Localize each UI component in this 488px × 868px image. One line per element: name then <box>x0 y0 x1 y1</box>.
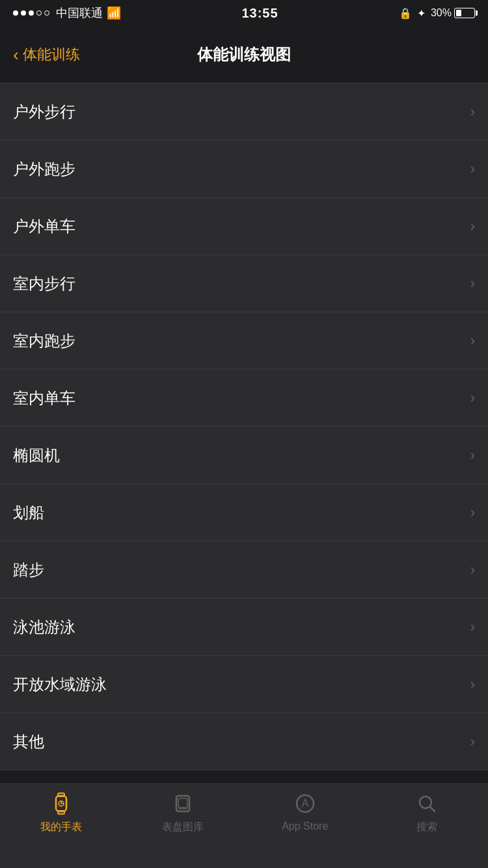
list-item-label-indoor-walk: 室内步行 <box>13 273 75 294</box>
tab-watch-face-label: 表盘图库 <box>162 821 204 834</box>
list-item-label-indoor-cycle: 室内单车 <box>13 388 75 409</box>
content-area: 户外步行 › 户外跑步 › 户外单车 › 室内步行 › 室内跑步 › 室内单车 … <box>0 83 488 783</box>
tab-search[interactable]: 搜索 <box>366 791 489 834</box>
chevron-right-icon-stair-stepper: › <box>470 562 475 578</box>
list-item-label-indoor-run: 室内跑步 <box>13 331 75 351</box>
list-item-outdoor-cycle[interactable]: 户外单车 › <box>0 198 488 255</box>
status-left: 中国联通 📶 <box>13 5 121 21</box>
search-icon <box>414 791 440 817</box>
list-item-label-outdoor-run: 户外跑步 <box>13 159 75 180</box>
chevron-right-icon-indoor-cycle: › <box>470 390 475 407</box>
list-container: 户外步行 › 户外跑步 › 户外单车 › 室内步行 › 室内跑步 › 室内单车 … <box>0 83 488 770</box>
status-bar: 中国联通 📶 13:55 🔒 ✦ 30% <box>0 0 488 26</box>
list-item-label-outdoor-cycle: 户外单车 <box>13 216 75 237</box>
back-button[interactable]: ‹ 体能训练 <box>13 45 80 64</box>
tab-watch-face[interactable]: 表盘图库 <box>122 791 245 834</box>
list-item-stair-stepper[interactable]: 踏步 › <box>0 541 488 599</box>
list-item-open-water-swim[interactable]: 开放水域游泳 › <box>0 656 488 713</box>
chevron-right-icon-other: › <box>470 733 475 750</box>
signal-dots <box>13 10 49 16</box>
list-item-indoor-walk[interactable]: 室内步行 › <box>0 255 488 312</box>
signal-dot-2 <box>21 10 26 16</box>
battery-text: 30% <box>431 7 452 19</box>
list-item-elliptical[interactable]: 椭圆机 › <box>0 427 488 484</box>
tab-app-store-label: App Store <box>282 821 328 832</box>
nav-bar: ‹ 体能训练 体能训练视图 <box>0 26 488 83</box>
status-time: 13:55 <box>241 6 278 21</box>
watch-face-icon <box>170 791 196 817</box>
list-item-outdoor-run[interactable]: 户外跑步 › <box>0 141 488 198</box>
chevron-right-icon-outdoor-run: › <box>470 161 475 178</box>
list-item-label-open-water-swim: 开放水域游泳 <box>13 674 107 695</box>
list-item-indoor-cycle[interactable]: 室内单车 › <box>0 370 488 427</box>
chevron-right-icon-pool-swim: › <box>470 619 475 636</box>
tab-my-watch-label: 我的手表 <box>40 821 82 834</box>
list-item-indoor-run[interactable]: 室内跑步 › <box>0 312 488 370</box>
list-item-pool-swim[interactable]: 泳池游泳 › <box>0 599 488 656</box>
bluetooth-icon: ✦ <box>417 7 426 20</box>
list-item-label-pool-swim: 泳池游泳 <box>13 617 75 638</box>
signal-dot-3 <box>29 10 34 16</box>
back-chevron-icon: ‹ <box>13 46 19 63</box>
chevron-right-icon-indoor-run: › <box>470 332 475 349</box>
list-item-outdoor-walk[interactable]: 户外步行 › <box>0 83 488 141</box>
battery-fill <box>456 10 461 16</box>
watch-icon <box>48 791 74 817</box>
svg-rect-1 <box>58 793 64 796</box>
list-item-label-other: 其他 <box>13 731 44 752</box>
svg-line-12 <box>430 807 435 811</box>
tab-bar: 我的手表 表盘图库 A App Store 搜索 <box>0 783 488 868</box>
back-label: 体能训练 <box>23 45 80 64</box>
signal-dot-5 <box>44 10 49 16</box>
status-right: 🔒 ✦ 30% <box>399 7 475 20</box>
wifi-icon: 📶 <box>107 6 121 20</box>
list-item-label-elliptical: 椭圆机 <box>13 445 60 466</box>
chevron-right-icon-elliptical: › <box>470 447 475 464</box>
chevron-right-icon-outdoor-walk: › <box>470 103 475 120</box>
list-item-label-stair-stepper: 踏步 <box>13 560 44 580</box>
tab-my-watch[interactable]: 我的手表 <box>0 791 122 834</box>
lock-icon: 🔒 <box>399 7 412 20</box>
tab-app-store[interactable]: A App Store <box>244 791 366 832</box>
carrier-text: 中国联通 <box>56 5 103 21</box>
signal-dot-4 <box>36 10 42 16</box>
tab-search-label: 搜索 <box>416 821 437 834</box>
chevron-right-icon-outdoor-cycle: › <box>470 218 475 235</box>
page-title: 体能训练视图 <box>197 44 291 65</box>
svg-rect-2 <box>58 811 64 814</box>
svg-rect-7 <box>178 798 187 807</box>
svg-text:A: A <box>301 798 308 809</box>
chevron-right-icon-rowing: › <box>470 504 475 521</box>
signal-dot-1 <box>13 10 18 16</box>
chevron-right-icon-open-water-swim: › <box>470 676 475 693</box>
battery-area: 30% <box>431 7 475 19</box>
list-item-other[interactable]: 其他 › <box>0 713 488 770</box>
list-item-label-rowing: 划船 <box>13 502 44 523</box>
battery-icon <box>454 8 475 18</box>
list-item-label-outdoor-walk: 户外步行 <box>13 102 75 122</box>
app-store-icon: A <box>292 791 318 817</box>
chevron-right-icon-indoor-walk: › <box>470 275 475 292</box>
list-item-rowing[interactable]: 划船 › <box>0 484 488 541</box>
